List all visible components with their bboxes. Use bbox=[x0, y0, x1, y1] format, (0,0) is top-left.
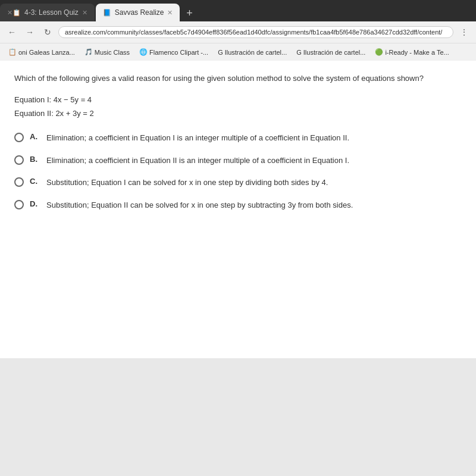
forward-nav-button[interactable]: → bbox=[23, 25, 37, 39]
equation-2: Equation II: 2x + 3y = 2 bbox=[14, 107, 462, 120]
tab-close-1[interactable]: ✕ bbox=[7, 9, 12, 17]
bookmark-label-1: oni Galeas Lanza... bbox=[18, 49, 75, 56]
option-letter-b: B. bbox=[30, 155, 40, 164]
option-letter-d: D. bbox=[30, 199, 40, 208]
option-text-c: Substitution; Equation I can be solved f… bbox=[46, 177, 328, 189]
bookmark-label-2: Music Class bbox=[95, 49, 130, 56]
reload-button[interactable]: ↻ bbox=[40, 25, 55, 39]
bookmark-music-class[interactable]: 🎵 Music Class bbox=[81, 47, 133, 57]
tab-favicon-1: 📋 bbox=[12, 9, 21, 17]
tab-bar: ✕ 📋 4-3: Lesson Quiz ✕ 📘 Savvas Realize … bbox=[0, 0, 476, 21]
bookmark-4[interactable]: G Ilustración de cartel... bbox=[214, 48, 290, 57]
quiz-container: Which of the following gives a valid rea… bbox=[0, 61, 476, 358]
option-a-row[interactable]: A. Elimination; a coefficient in Equatio… bbox=[14, 132, 462, 144]
empty-area bbox=[0, 358, 476, 476]
option-letter-c: C. bbox=[30, 177, 40, 186]
radio-c[interactable] bbox=[14, 177, 24, 187]
equation-1: Equation I: 4x − 5y = 4 bbox=[14, 93, 462, 107]
address-bar[interactable]: asrealize.com/community/classes/faceb5c7… bbox=[58, 26, 453, 38]
radio-b[interactable] bbox=[14, 155, 24, 165]
bookmark-label-4: Ilustración de cartel... bbox=[225, 49, 287, 56]
option-d-row[interactable]: D. Substitution; Equation II can be solv… bbox=[14, 199, 462, 211]
address-bar-row: ← → ↻ asrealize.com/community/classes/fa… bbox=[0, 21, 476, 43]
option-text-d: Substitution; Equation II can be solved … bbox=[46, 199, 353, 211]
menu-button[interactable]: ⋮ bbox=[457, 25, 471, 39]
tab-lesson-quiz[interactable]: ✕ 📋 4-3: Lesson Quiz ✕ bbox=[0, 4, 95, 21]
tab-savvas-realize[interactable]: 📘 Savvas Realize ✕ bbox=[96, 4, 180, 21]
browser-chrome: ✕ 📋 4-3: Lesson Quiz ✕ 📘 Savvas Realize … bbox=[0, 0, 476, 61]
tab-label-1: 4-3: Lesson Quiz bbox=[24, 8, 79, 17]
bookmark-icon-6: 🟢 bbox=[375, 48, 383, 56]
option-text-a: Elimination; a coefficient in Equation I… bbox=[46, 132, 349, 144]
bookmark-icon-1: 📋 bbox=[8, 48, 17, 56]
option-c-row[interactable]: C. Substitution; Equation I can be solve… bbox=[14, 177, 462, 189]
tab-favicon-2: 📘 bbox=[103, 9, 111, 17]
bookmarks-bar: 📋 oni Galeas Lanza... 🎵 Music Class 🌐 Fl… bbox=[0, 43, 476, 61]
bookmark-3[interactable]: 🌐 Flamenco Clipart -... bbox=[136, 47, 212, 57]
bookmark-icon-2: 🎵 bbox=[84, 48, 93, 56]
option-text-b: Elimination; a coefficient in Equation I… bbox=[46, 155, 349, 167]
option-letter-a: A. bbox=[30, 132, 40, 141]
bookmark-label-3: Flamenco Clipart -... bbox=[149, 49, 208, 56]
equations: Equation I: 4x − 5y = 4 Equation II: 2x … bbox=[14, 93, 462, 121]
bookmark-label-5: Ilustración de cartel... bbox=[303, 49, 366, 56]
bookmark-1[interactable]: 📋 oni Galeas Lanza... bbox=[5, 47, 79, 57]
radio-a[interactable] bbox=[14, 133, 24, 142]
tab-x-2[interactable]: ✕ bbox=[167, 9, 173, 17]
option-b-row[interactable]: B. Elimination; a coefficient in Equatio… bbox=[14, 155, 462, 167]
bookmark-icon-4: G bbox=[218, 49, 223, 56]
question-text: Which of the following gives a valid rea… bbox=[14, 73, 462, 84]
new-tab-button[interactable]: + bbox=[181, 5, 198, 21]
bookmark-icon-5: G bbox=[296, 49, 302, 56]
radio-d[interactable] bbox=[14, 200, 24, 209]
bookmark-5[interactable]: G Ilustración de cartel... bbox=[293, 48, 369, 57]
bookmark-icon-3: 🌐 bbox=[139, 48, 148, 56]
bookmark-6[interactable]: 🟢 i-Ready - Make a Te... bbox=[371, 47, 452, 57]
tab-x-1[interactable]: ✕ bbox=[82, 9, 87, 17]
back-nav-button[interactable]: ← bbox=[5, 25, 19, 39]
tab-label-2: Savvas Realize bbox=[115, 8, 164, 17]
bookmark-label-6: i-Ready - Make a Te... bbox=[385, 49, 449, 56]
